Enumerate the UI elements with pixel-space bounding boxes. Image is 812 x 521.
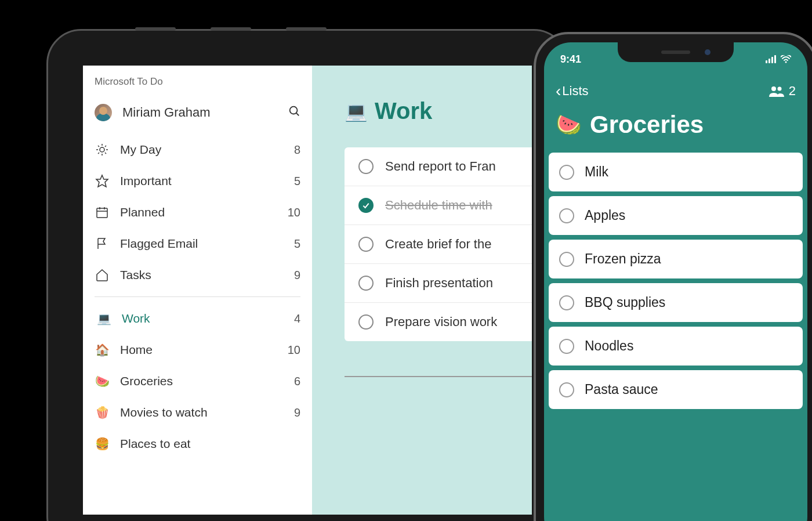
phone-list-title: Groceries xyxy=(590,111,704,139)
task-text: Schedule time with xyxy=(385,198,492,213)
flag-icon xyxy=(95,236,110,251)
svg-line-8 xyxy=(105,153,106,154)
task-checkbox-checked[interactable] xyxy=(358,198,374,213)
nav-label: Movies to watch xyxy=(120,406,294,419)
watermelon-icon: 🍉 xyxy=(95,374,110,389)
sidebar-item-flagged[interactable]: Flagged Email 5 xyxy=(83,228,312,259)
nav-count: 5 xyxy=(294,237,300,251)
task-checkbox[interactable] xyxy=(358,237,374,252)
task-row[interactable]: Apples xyxy=(549,196,803,235)
task-row[interactable]: Prepare vision work xyxy=(345,303,532,341)
nav-divider xyxy=(95,296,300,297)
task-row[interactable]: Schedule time with xyxy=(345,186,532,225)
status-indicators xyxy=(766,55,791,63)
list-title: Work xyxy=(375,98,432,124)
nav-count: 10 xyxy=(288,343,300,357)
user-profile[interactable]: Miriam Graham xyxy=(83,98,312,134)
sidebar-item-movies[interactable]: 🍿 Movies to watch 9 xyxy=(83,397,312,428)
tablet-device: Microsoft To Do Miriam Graham xyxy=(46,29,568,521)
sidebar-item-myday[interactable]: My Day 8 xyxy=(83,134,312,165)
task-checkbox[interactable] xyxy=(358,314,374,330)
svg-point-0 xyxy=(290,107,298,114)
people-icon xyxy=(769,85,784,97)
task-checkbox[interactable] xyxy=(559,295,574,310)
nav-count: 5 xyxy=(294,175,300,188)
phone-header: ‹ Lists 2 xyxy=(544,71,807,108)
sidebar-item-home[interactable]: 🏠 Home 10 xyxy=(83,334,312,366)
nav-label: Groceries xyxy=(120,374,294,388)
task-text: BBQ supplies xyxy=(585,295,665,310)
svg-rect-12 xyxy=(97,208,107,218)
popcorn-icon: 🍿 xyxy=(95,405,110,420)
list-header-icon: 💻 xyxy=(345,100,368,122)
task-text: Prepare vision work xyxy=(385,314,497,330)
task-row[interactable]: Frozen pizza xyxy=(549,240,803,278)
task-text: Create brief for the xyxy=(385,237,491,252)
task-text: Noodles xyxy=(585,338,633,354)
nav-count: 10 xyxy=(288,206,300,219)
search-icon[interactable] xyxy=(288,104,300,121)
sidebar: Microsoft To Do Miriam Graham xyxy=(83,66,312,515)
svg-point-19 xyxy=(785,61,787,63)
sidebar-item-tasks[interactable]: Tasks 9 xyxy=(83,259,312,291)
nav-label: Tasks xyxy=(120,268,294,282)
task-checkbox[interactable] xyxy=(559,339,574,354)
user-name: Miriam Graham xyxy=(122,105,288,120)
completed-divider xyxy=(345,376,532,377)
share-count: 2 xyxy=(789,84,796,99)
sidebar-item-places[interactable]: 🍔 Places to eat xyxy=(83,428,312,460)
task-checkbox[interactable] xyxy=(559,208,574,223)
list-icon: 🍉 xyxy=(556,113,582,137)
nav-label: Flagged Email xyxy=(120,237,294,251)
task-row[interactable]: Finish presentation xyxy=(345,264,532,303)
task-row[interactable]: Milk xyxy=(549,153,803,191)
tablet-screen: Microsoft To Do Miriam Graham xyxy=(83,66,532,515)
nav-label: My Day xyxy=(120,143,294,157)
sidebar-item-important[interactable]: Important 5 xyxy=(83,165,312,197)
nav-count: 9 xyxy=(294,269,300,282)
sidebar-item-planned[interactable]: Planned 10 xyxy=(83,197,312,228)
calendar-icon xyxy=(95,205,110,220)
svg-point-20 xyxy=(771,86,776,91)
nav-count: 6 xyxy=(294,375,300,388)
sidebar-item-groceries[interactable]: 🍉 Groceries 6 xyxy=(83,366,312,397)
sidebar-item-work[interactable]: 💻 Work 4 xyxy=(83,303,312,334)
task-text: Pasta sauce xyxy=(585,382,658,397)
task-row[interactable]: Send report to Fran xyxy=(345,147,532,186)
task-text: Frozen pizza xyxy=(585,251,661,267)
house-icon: 🏠 xyxy=(95,342,110,357)
task-checkbox[interactable] xyxy=(559,252,574,267)
work-icon: 💻 xyxy=(96,311,111,326)
task-row[interactable]: Noodles xyxy=(549,327,803,366)
phone-device: 9:41 ‹ Lists xyxy=(534,32,812,521)
task-checkbox[interactable] xyxy=(358,276,374,291)
status-time: 9:41 xyxy=(560,53,581,66)
task-checkbox[interactable] xyxy=(559,165,574,180)
task-text: Send report to Fran xyxy=(385,159,496,174)
nav-label: Planned xyxy=(120,205,288,219)
nav-label: Places to eat xyxy=(120,437,300,451)
signal-icon xyxy=(766,55,776,63)
app-title: Microsoft To Do xyxy=(83,76,312,98)
nav-label: Important xyxy=(120,174,294,188)
chevron-left-icon: ‹ xyxy=(556,82,561,100)
star-icon xyxy=(95,173,110,189)
back-button[interactable]: ‹ Lists xyxy=(556,82,589,100)
svg-marker-11 xyxy=(96,175,108,187)
task-row[interactable]: Pasta sauce xyxy=(549,370,803,409)
phone-notch xyxy=(618,42,734,62)
sun-icon xyxy=(95,142,110,157)
task-checkbox[interactable] xyxy=(358,159,374,174)
svg-line-9 xyxy=(98,153,99,154)
share-button[interactable]: 2 xyxy=(769,84,796,99)
task-row[interactable]: BBQ supplies xyxy=(549,283,803,322)
phone-screen: 9:41 ‹ Lists xyxy=(544,42,807,521)
task-text: Milk xyxy=(585,164,608,180)
task-row[interactable]: Create brief for the xyxy=(345,225,532,264)
task-list: Send report to Fran Schedule time with C… xyxy=(345,147,532,341)
wifi-icon xyxy=(781,55,791,63)
task-text: Finish presentation xyxy=(385,276,493,291)
task-checkbox[interactable] xyxy=(559,382,574,397)
svg-point-2 xyxy=(100,147,104,152)
nav-count: 9 xyxy=(294,406,300,419)
